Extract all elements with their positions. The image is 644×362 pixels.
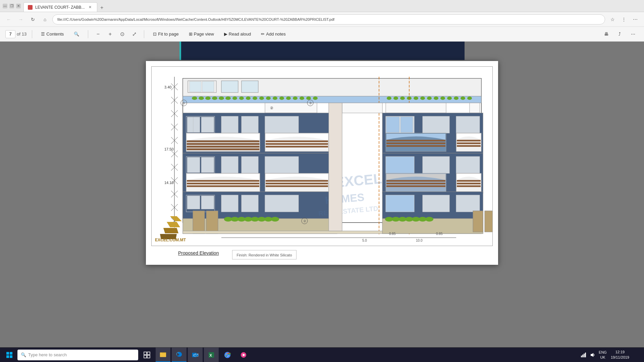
refresh-button[interactable]: ↻ [28,15,38,24]
favorites-icon[interactable]: ☆ [608,15,617,24]
new-tab-button[interactable]: + [97,4,107,12]
fit-page-label: Fit to page [158,32,178,37]
system-tray: ENG UK 12:19 19/11/2019 [577,348,641,362]
taskbar-edge-browser[interactable] [172,348,186,362]
read-aloud-button[interactable]: ▶ Read aloud [221,30,255,38]
share-button[interactable]: ⤴ [615,30,624,38]
back-button[interactable]: ← [4,15,13,24]
add-notes-icon: ✏ [261,32,265,37]
print-button[interactable]: 🖶 [601,30,612,38]
zoom-reset-button[interactable]: ⊙ [118,30,126,39]
svg-text:①: ① [182,101,185,105]
settings-icon[interactable]: ⋯ [631,15,640,24]
svg-point-47 [279,97,284,100]
pdf-header-banner [179,42,465,60]
start-button[interactable] [3,348,16,362]
drawing-caption-area: Proposed Elevation Finish: Rendered in W… [151,250,493,259]
show-desktop-button[interactable] [632,348,639,362]
system-clock[interactable]: 12:19 19/11/2019 [611,350,629,360]
taskbar-media[interactable] [236,348,251,362]
network-icon[interactable] [580,352,587,358]
elevation-drawing-container: 3.40 17.50 14.10 [151,66,493,246]
svg-rect-117 [193,211,205,234]
svg-rect-173 [329,103,342,231]
region-text: UK [599,355,607,360]
task-view-button[interactable] [140,348,154,362]
svg-rect-188 [147,352,150,355]
svg-point-52 [313,97,318,100]
page-info: of 13 [5,30,26,38]
taskbar-excel[interactable]: X [204,348,219,362]
caption-text: Proposed Elevation [178,250,219,256]
svg-text:③: ③ [309,101,312,105]
taskbar-chrome[interactable] [220,348,235,362]
svg-rect-134 [423,116,449,133]
svg-point-45 [266,97,271,100]
extensions-icon[interactable]: ⋮ [619,15,629,24]
excel-homes-logo: EXCEL.COM.MT [155,213,186,242]
home-button[interactable]: ⌂ [40,15,50,24]
restore-button[interactable]: ❐ [9,4,14,8]
fit-to-page-button[interactable]: ⊡ Fit to page [150,30,182,38]
svg-rect-183 [6,352,9,355]
minimize-button[interactable]: — [3,4,7,8]
svg-rect-143 [457,145,481,147]
svg-rect-189 [144,355,147,358]
page-view-button[interactable]: ⊞ Page view [185,30,217,38]
contents-button[interactable]: ☰ Contents [38,30,67,38]
svg-rect-145 [386,157,414,173]
svg-point-42 [246,97,251,100]
svg-rect-104 [187,185,259,187]
zoom-out-button[interactable]: − [94,30,102,39]
svg-rect-161 [473,211,483,232]
tab-close-button[interactable]: ✕ [88,5,93,10]
svg-point-39 [225,97,231,100]
language-region[interactable]: ENG UK [599,350,607,360]
pdf-page: 3.40 17.50 14.10 [146,61,498,265]
taskbar-outlook[interactable]: O [188,348,203,362]
active-tab[interactable]: LEVANTE COURT- ZABB... ✕ [23,2,97,12]
volume-icon[interactable] [589,352,596,358]
title-bar-left: — ❐ ✕ [3,4,21,8]
search-pdf-button[interactable]: 🔍 [70,30,83,38]
add-notes-button[interactable]: ✏ Add notes [258,30,289,38]
svg-rect-89 [187,148,259,150]
svg-rect-30 [202,81,214,92]
read-aloud-icon: ▶ [224,32,227,37]
close-button[interactable]: ✕ [16,4,21,8]
contents-icon: ☰ [41,32,45,37]
svg-point-54 [393,97,398,100]
page-number-input[interactable] [5,30,15,38]
elevation-drawing-svg: 3.40 17.50 14.10 [152,67,492,244]
svg-rect-158 [423,195,449,212]
tab-title: LEVANTE COURT- ZABB... [35,5,85,10]
search-icon: 🔍 [74,32,79,37]
svg-rect-153 [457,180,481,182]
svg-rect-100 [265,157,299,173]
svg-point-64 [461,97,465,100]
svg-point-126 [271,217,279,222]
svg-rect-186 [10,355,12,358]
svg-text:0.85: 0.85 [389,232,396,236]
svg-point-38 [219,97,224,100]
nav-bar: ← → ↻ ⌂ file:///C:/Users/Godwin%20Darman… [0,12,644,27]
svg-rect-87 [187,143,259,145]
svg-point-43 [253,97,257,100]
taskbar-file-explorer[interactable] [156,348,170,362]
svg-text:3.40: 3.40 [164,85,171,89]
address-bar[interactable]: file:///C:/Users/Godwin%20Darmanin/AppDa… [52,14,605,24]
more-button[interactable]: ⋯ [628,30,639,38]
svg-marker-207 [591,353,593,357]
svg-text:17.50: 17.50 [164,147,174,151]
svg-marker-179 [170,216,182,221]
svg-point-62 [447,97,452,100]
taskbar-search-box[interactable]: 🔍 Type here to search [17,350,138,360]
zoom-in-button[interactable]: + [106,30,114,39]
svg-rect-99 [241,157,258,173]
svg-rect-138 [386,142,445,144]
forward-button[interactable]: → [16,15,25,24]
zoom-fit-button[interactable]: ⤢ [130,30,139,39]
network-indicator-icon [581,352,586,358]
taskbar: 🔍 Type here to search [0,347,644,362]
svg-rect-97 [201,157,214,173]
